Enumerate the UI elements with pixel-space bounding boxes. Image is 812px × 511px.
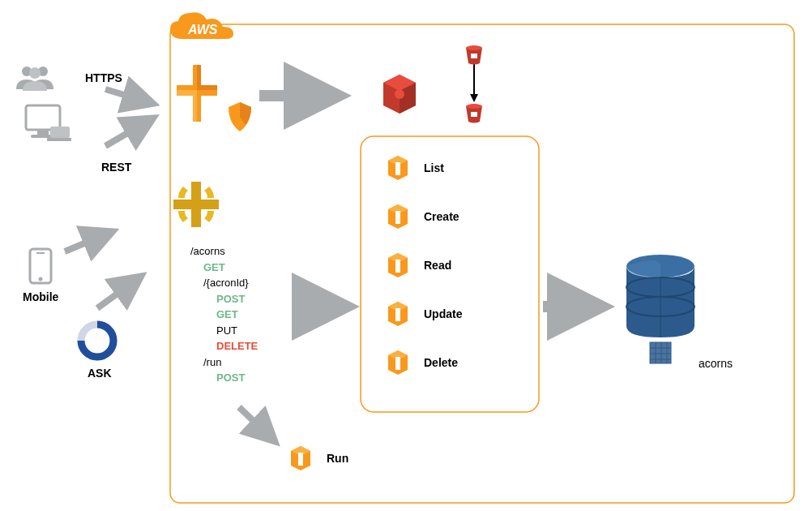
lambda-delete: Delete — [385, 349, 458, 376]
db-table-label: acorns — [699, 357, 733, 370]
svg-rect-3 — [26, 105, 60, 130]
cloudfront-icon — [177, 65, 217, 125]
lambda-icon — [385, 251, 411, 279]
api-routes: /acorns GET /{acronId} POST GET PUT DELE… — [190, 243, 258, 386]
lambda-create-label: Create — [424, 210, 459, 223]
api-post-1: POST — [190, 291, 258, 307]
s3-bucket-top-icon — [464, 44, 485, 68]
lambda-read: Read — [385, 251, 451, 279]
api-path-acorns: /acorns — [190, 243, 258, 260]
aws-cloud-badge: AWS — [162, 6, 243, 50]
users-icon — [15, 63, 55, 96]
arrow-mobile — [65, 231, 113, 251]
lambda-icon — [385, 349, 411, 376]
svg-marker-14 — [197, 65, 217, 90]
lambda-icon — [385, 154, 411, 182]
ask-label: ASK — [88, 367, 112, 380]
svg-rect-4 — [37, 130, 49, 135]
arrow-rest — [105, 118, 154, 146]
dynamodb-icon — [620, 251, 701, 344]
svg-rect-25 — [173, 200, 219, 209]
svg-point-19 — [395, 89, 404, 99]
lambda-create: Create — [385, 203, 459, 230]
lambda-update-label: Update — [424, 307, 462, 320]
lambda-run-label: Run — [327, 452, 348, 465]
lambda-run: Run — [288, 444, 348, 472]
api-path-acronid: /{acronId} — [190, 275, 258, 291]
svg-rect-10 — [36, 252, 45, 254]
api-get-1: GET — [190, 260, 258, 276]
arrow-ask — [97, 276, 142, 308]
lambda-update: Update — [385, 300, 462, 328]
svg-marker-15 — [177, 90, 197, 122]
lambda-icon — [385, 203, 411, 230]
svg-point-20 — [466, 45, 482, 50]
svg-rect-43 — [298, 453, 303, 466]
svg-rect-34 — [395, 260, 400, 273]
svg-rect-31 — [395, 211, 400, 224]
mobile-icon — [28, 247, 53, 288]
svg-point-22 — [466, 104, 482, 109]
mobile-label: Mobile — [23, 290, 58, 303]
alexa-ring-icon — [77, 320, 118, 364]
svg-rect-37 — [395, 308, 400, 321]
lambda-delete-label: Delete — [424, 356, 458, 369]
api-put: PUT — [190, 323, 258, 339]
lambda-icon — [385, 300, 411, 328]
s3-arrow-head — [470, 94, 478, 102]
arrow-api-run — [239, 407, 276, 442]
svg-rect-23 — [471, 112, 477, 117]
api-path-run: /run — [190, 354, 258, 371]
svg-rect-40 — [395, 357, 400, 370]
api-post-2: POST — [190, 370, 258, 386]
lambda-icon — [288, 444, 314, 472]
lambda-list: List — [385, 154, 444, 182]
db-table-icon — [648, 341, 673, 368]
svg-rect-28 — [395, 162, 400, 175]
aws-cloud-label: AWS — [188, 23, 217, 37]
lambda-list-label: List — [424, 161, 444, 174]
rest-label: REST — [101, 161, 131, 174]
api-gateway-icon — [170, 178, 222, 234]
svg-point-9 — [39, 277, 43, 281]
svg-rect-7 — [47, 138, 71, 141]
svg-rect-54 — [650, 342, 671, 363]
svg-rect-21 — [471, 54, 477, 58]
waf-shield-icon — [225, 101, 254, 136]
s3-bucket-bottom-icon — [464, 102, 485, 127]
arrow-https — [105, 89, 154, 104]
svg-point-2 — [29, 67, 41, 79]
api-get-2: GET — [190, 307, 258, 323]
s3-icon — [377, 71, 422, 120]
api-delete: DELETE — [190, 338, 258, 354]
svg-rect-6 — [50, 127, 70, 138]
computer-icon — [23, 104, 71, 146]
lambda-read-label: Read — [424, 259, 451, 272]
https-label: HTTPS — [85, 71, 122, 84]
